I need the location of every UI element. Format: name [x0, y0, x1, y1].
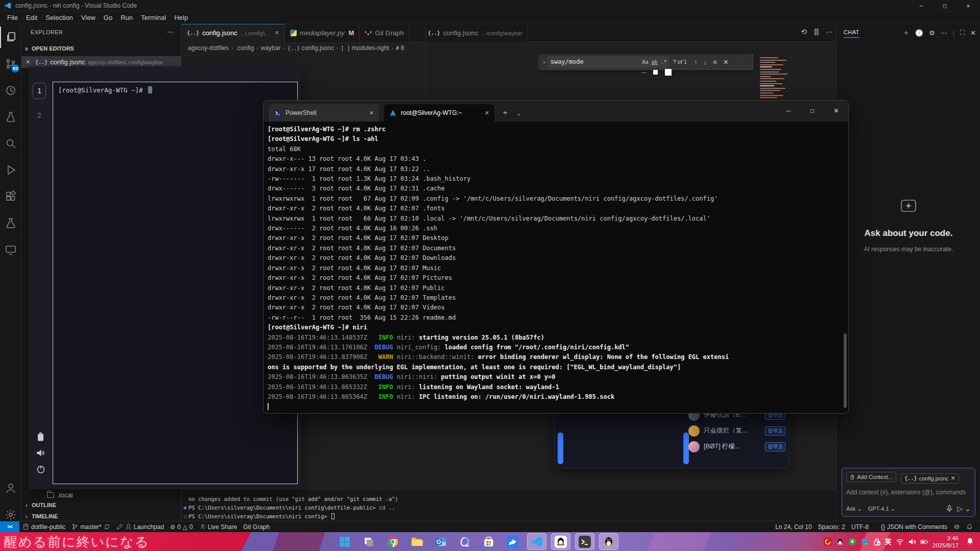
editor-tab-Git-Graph[interactable]: Git Graph [360, 24, 409, 42]
toggle-replace-icon[interactable]: › [541, 59, 547, 65]
status-line-col[interactable]: Ln 24, Col 10 [772, 521, 815, 533]
outlook-icon[interactable] [431, 533, 450, 550]
qq-member-row[interactable]: 只会摆烂（复...管理员 [688, 423, 785, 439]
chat-settings-gear-icon[interactable]: ⚙ [929, 29, 935, 37]
overlay-large-square-icon[interactable] [665, 69, 672, 76]
status-repo[interactable]: dotfile-public [19, 521, 68, 533]
idm-tray-icon[interactable] [848, 538, 856, 546]
chat-mode-select[interactable]: Ask ⌄ [846, 506, 862, 512]
terminal-output[interactable]: [root@SilverAg-WTG ~]# rm .zshrc[root@Si… [268, 125, 841, 410]
copilot-status-icon[interactable] [950, 521, 963, 533]
match-case-icon[interactable]: Aa [642, 59, 649, 65]
taskbar-clock[interactable]: 3:46 2025/8/17 [933, 535, 959, 549]
add-context-chip[interactable]: Add Context... [846, 472, 896, 482]
qq-member-row[interactable]: [BØT] 柠檬...管理员 [688, 439, 785, 454]
qq-scrollbar[interactable] [558, 433, 563, 464]
status-branch[interactable]: master* [68, 521, 113, 533]
find-input[interactable]: sway/mode Aa ab .* [547, 56, 669, 68]
testing-icon[interactable] [0, 106, 21, 128]
history-icon[interactable]: ⟲ [801, 28, 807, 36]
status-live-share[interactable]: Live Share [196, 521, 240, 533]
flask-icon[interactable] [0, 212, 21, 234]
breadcrumb-item[interactable]: agxcoy-dotfiles [188, 44, 229, 52]
remove-context-icon[interactable]: ✕ [951, 475, 955, 482]
niri-terminal-window[interactable]: [root@SilverAg-WTG ~]# [53, 82, 298, 484]
chat-more-icon[interactable]: ⋯ [941, 29, 947, 37]
editor-tab-config-jsonc[interactable]: {..}config.jsonc...\.config\...✕ [182, 24, 285, 42]
status-indent[interactable]: Spaces: 2 [815, 521, 848, 533]
workspace-2-button[interactable]: 2 [33, 107, 46, 124]
tab-close-icon[interactable]: ✕ [485, 110, 489, 116]
menu-edit[interactable]: Edit [22, 12, 41, 23]
microsoft-store-icon[interactable] [479, 533, 498, 550]
tab-powershell[interactable]: PowerShell ✕ [269, 104, 379, 122]
account-icon[interactable] [0, 477, 21, 499]
explorer-more-icon[interactable]: ⋯ [167, 28, 174, 36]
vscode-taskbar-icon[interactable] [527, 533, 546, 550]
close-button[interactable]: ✕ [957, 0, 980, 11]
minimize-button[interactable]: ─ [910, 0, 933, 11]
menu-run[interactable]: Run [116, 12, 137, 23]
status-git-graph[interactable]: Git Graph [240, 521, 273, 533]
more-actions-icon[interactable]: ⋯ [826, 28, 833, 36]
wifi-tray-icon[interactable] [896, 538, 904, 546]
minimap[interactable] [758, 54, 801, 100]
overlay-minimize-icon[interactable]: ─ [641, 68, 646, 76]
tab-close-icon[interactable]: ✕ [275, 30, 279, 36]
terminal-titlebar[interactable]: PowerShell ✕ root@SilverAg-WTG:~ ✕ ＋ ⌄ ─… [264, 101, 848, 122]
chrome-icon[interactable] [383, 533, 402, 550]
outline-section[interactable]: › OUTLINE [23, 502, 56, 508]
bird-app-icon[interactable] [503, 533, 522, 550]
menu-selection[interactable]: Selection [41, 12, 77, 23]
tab-close-icon[interactable]: ✕ [369, 110, 374, 116]
remote-indicator[interactable]: >< [0, 521, 19, 533]
remote-explorer-icon[interactable] [0, 239, 21, 260]
defender-tray-icon[interactable] [861, 538, 869, 546]
start-button[interactable] [335, 533, 354, 550]
find-in-selection-icon[interactable]: ≡ [713, 58, 717, 66]
terminal-scrollbar[interactable] [844, 333, 847, 408]
new-chat-icon[interactable]: ＋ [903, 28, 910, 37]
a-app-icon[interactable] [455, 533, 474, 550]
chat-input-box[interactable]: Add Context... {..} config.jsonc ✕ Add c… [842, 468, 975, 517]
breadcrumb-item[interactable]: {..} config.jsonc [288, 44, 334, 52]
qq-tray-icon[interactable] [836, 538, 844, 546]
find-prev-icon[interactable]: ↑ [694, 58, 698, 66]
menu-file[interactable]: File [3, 12, 22, 23]
status-language[interactable]: {}JSON with Comments [878, 521, 950, 533]
menu-view[interactable]: View [77, 12, 100, 23]
menu-terminal[interactable]: Terminal [137, 12, 170, 23]
terminal-minimize-button[interactable]: ─ [776, 101, 800, 121]
qq-taskbar-icon[interactable] [551, 533, 570, 550]
explorer-icon[interactable] [0, 27, 21, 48]
integrated-terminal-panel[interactable]: no changes added to commit (use "git add… [182, 489, 836, 521]
chat-history-icon[interactable]: 🕔 [915, 29, 923, 37]
status-eol[interactable] [872, 521, 878, 533]
volume-icon[interactable] [37, 449, 45, 457]
notification-bell-icon[interactable] [966, 537, 974, 545]
windows-terminal-taskbar-icon[interactable] [575, 533, 594, 550]
chat-tab[interactable]: CHAT [844, 29, 859, 38]
wsl-tux-icon[interactable] [599, 533, 618, 550]
battery-charging-tray-icon[interactable] [920, 538, 928, 546]
terminal-maximize-button[interactable]: □ [800, 101, 824, 121]
workspace-1-button[interactable]: 1 [33, 83, 46, 99]
maximize-button[interactable]: □ [933, 0, 957, 11]
source-control-icon[interactable]: 93 [0, 53, 21, 75]
tab-dropdown-icon[interactable]: ⌄ [517, 111, 521, 116]
status-launchpad[interactable]: Launchpad [113, 521, 167, 533]
menu-go[interactable]: Go [100, 12, 116, 23]
chat-model-select[interactable]: GPT-4.1 ⌄ [868, 506, 895, 512]
split-editor-icon[interactable]: ⫿⫿ [814, 28, 819, 36]
ime-indicator[interactable]: 英 [885, 537, 892, 546]
tree-item-local[interactable]: .local [21, 490, 181, 500]
volume-tray-icon[interactable] [908, 538, 916, 546]
open-editors-section[interactable]: ∨ OPEN EDITORS [23, 45, 74, 52]
regex-icon[interactable]: .* [661, 59, 667, 65]
power-icon[interactable] [36, 465, 45, 474]
status-encoding[interactable]: UTF-8 [848, 521, 872, 533]
context-file-chip[interactable]: {..} config.jsonc ✕ [901, 473, 959, 484]
netease-music-tray-icon[interactable] [824, 538, 832, 546]
new-tab-icon[interactable]: ＋ [501, 108, 509, 117]
run-debug-icon[interactable] [0, 159, 21, 181]
